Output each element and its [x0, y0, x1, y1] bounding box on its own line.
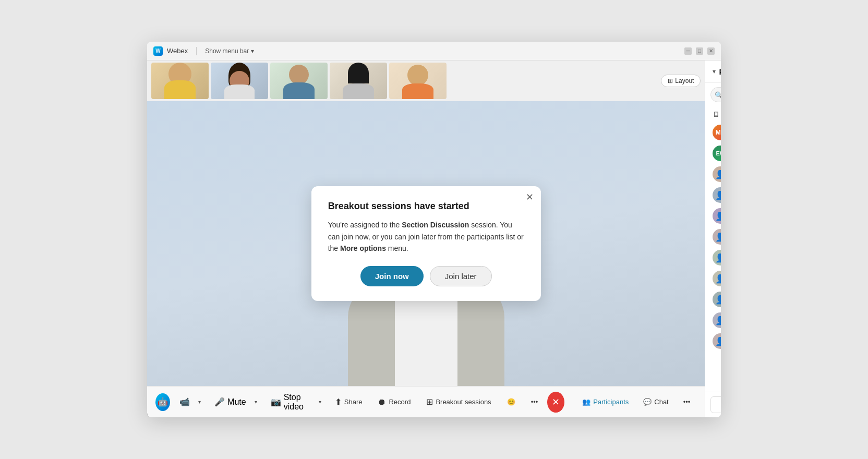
title-bar: W Webex Show menu bar ▾ ─ □ ✕ — [147, 42, 721, 61]
end-call-button[interactable]: ✕ — [547, 392, 564, 413]
camera-icon: 📹 — [179, 397, 190, 407]
room-icon: 🖥 — [713, 110, 720, 118]
reactions-button[interactable]: 😊 — [501, 394, 522, 409]
share-icon: ⬆ — [335, 397, 342, 407]
show-menu-bar-toggle[interactable]: Show menu bar ▾ — [205, 47, 254, 55]
video-preview-arrow[interactable]: ▾ — [194, 395, 205, 408]
thumbnail-4[interactable] — [330, 63, 387, 99]
mute-control[interactable]: 🎤 Mute ▾ — [208, 393, 261, 410]
thumbnail-strip: ⊞ Layout — [147, 61, 705, 101]
participant-item: 👤 Simon Jones □ 🎙 — [705, 289, 721, 310]
panel-title: Participants — [719, 67, 721, 76]
participant-item: 👤 Catherine Sinu Host, presenter 🎥 🎙 — [705, 185, 721, 206]
title-bar-divider — [196, 47, 197, 55]
avatar: 👤 — [713, 166, 721, 182]
join-now-button[interactable]: Join now — [360, 266, 424, 286]
webex-logo-icon: W — [153, 46, 163, 56]
title-bar-left: W Webex Show menu bar ▾ — [153, 46, 684, 56]
stop-video-arrow[interactable]: ▾ — [315, 395, 326, 408]
record-icon: ⏺ — [378, 397, 386, 407]
participants-icon: 👥 — [582, 398, 590, 406]
video-preview-control[interactable]: 📹 ▾ — [173, 393, 205, 410]
participant-item: 👤 Marc Brown 🎥 🎙 — [705, 310, 721, 331]
stop-video-control[interactable]: 📷 Stop video ▾ — [264, 389, 326, 415]
mute-button[interactable]: 🎤 Mute — [208, 393, 250, 410]
minimize-button[interactable]: ─ — [684, 47, 692, 55]
participants-list: 🖥 SHN7-17-APR5 📹 🎙 MG Marcus Grey Cohost — [705, 106, 721, 392]
layout-icon: ⊞ — [668, 77, 673, 84]
modal-body: You're assigned to the Section Discussio… — [328, 219, 524, 254]
breakout-icon: ⊞ — [426, 397, 433, 407]
maximize-button[interactable]: □ — [696, 47, 703, 55]
modal-close-button[interactable]: ✕ — [526, 192, 534, 202]
app-window: W Webex Show menu bar ▾ ─ □ ✕ — [147, 42, 721, 417]
chat-tab-button[interactable]: 💬 Chat — [637, 394, 674, 409]
participant-item: 👤 Alison Cassidy 🎥 🎙 — [705, 226, 721, 247]
more-icon: ••• — [531, 398, 538, 406]
participants-panel: ▾ Participants ⤢ ✕ 🔍 ☰ 🖥 SHN7-17-APR5 — [705, 61, 721, 417]
thumbnail-1[interactable] — [151, 63, 209, 99]
stop-video-button[interactable]: 📷 Stop video — [264, 389, 315, 415]
emoji-icon: 😊 — [507, 398, 515, 406]
chat-icon: 💬 — [643, 398, 652, 406]
avatar: 👤 — [713, 229, 721, 245]
participant-item: 👤 Brenda Song 🎥 🎙 — [705, 331, 721, 352]
panel-footer: Mute All Unmute All ••• — [705, 392, 721, 417]
thumbnail-3[interactable] — [270, 63, 328, 99]
main-content: ⊞ Layout — [147, 61, 721, 417]
app-title: Webex — [167, 47, 188, 55]
breakout-sessions-button[interactable]: ⊞ Breakout sessions — [420, 393, 497, 410]
more-panel-button[interactable]: ••• — [677, 394, 697, 409]
panel-header: ▾ Participants ⤢ ✕ — [705, 61, 721, 83]
close-button[interactable]: ✕ — [707, 47, 715, 55]
join-later-button[interactable]: Join later — [430, 266, 492, 286]
more-options-button[interactable]: ••• — [525, 394, 545, 409]
main-video: ✕ Breakout sessions have started You're … — [147, 101, 705, 386]
avatar: 👤 — [713, 312, 721, 328]
layout-button[interactable]: ⊞ Layout — [661, 75, 701, 87]
stop-video-icon: 📷 — [271, 397, 281, 407]
toolbar-right: 👥 Participants 💬 Chat ••• — [576, 394, 696, 409]
participant-item: MG Marcus Grey Cohost — [705, 122, 721, 143]
search-icon: 🔍 — [715, 91, 721, 99]
thumbnail-5[interactable] — [389, 63, 447, 99]
avatar: 👤 — [713, 271, 721, 286]
search-bar: 🔍 ☰ — [710, 87, 721, 102]
breakout-modal: ✕ Breakout sessions have started You're … — [311, 186, 541, 300]
mic-icon: 🎤 — [214, 397, 225, 407]
thumbnail-2[interactable] — [211, 63, 268, 99]
avatar: 👤 — [713, 250, 721, 265]
toolbar: 🤖 📹 ▾ 🎤 Mute ▾ 📷 — [147, 386, 705, 417]
mute-all-button[interactable]: Mute All — [710, 396, 721, 413]
panel-chevron-icon: ▾ — [713, 68, 716, 75]
participant-item: 👤 Giacomo Edwards 🎥 🎙 — [705, 247, 721, 268]
avatar: EW — [713, 146, 721, 161]
participant-item: 👤 Brenda Song 🎙 — [705, 268, 721, 289]
avatar: 👤 — [713, 187, 721, 203]
mute-arrow[interactable]: ▾ — [250, 395, 261, 408]
record-button[interactable]: ⏺ Record — [371, 394, 417, 410]
modal-overlay: ✕ Breakout sessions have started You're … — [147, 101, 705, 386]
avatar: 👤 — [713, 208, 721, 224]
participant-item: 👤 Maria Rossi — [705, 164, 721, 185]
modal-actions: Join now Join later — [328, 266, 524, 286]
avatar: 👤 — [713, 333, 721, 349]
avatar: 👤 — [713, 292, 721, 307]
video-area: ⊞ Layout — [147, 61, 705, 417]
video-preview-button[interactable]: 📹 — [173, 393, 194, 410]
room-header: 🖥 SHN7-17-APR5 📹 🎙 — [705, 106, 721, 122]
end-call-icon: ✕ — [552, 396, 560, 408]
more-panel-icon: ••• — [683, 398, 691, 406]
participants-tab-button[interactable]: 👥 Participants — [576, 394, 635, 409]
participant-item: EW Elizabeth Wu — [705, 143, 721, 164]
window-controls: ─ □ ✕ — [684, 47, 715, 55]
chevron-down-icon: ▾ — [251, 47, 254, 55]
modal-title: Breakout sessions have started — [328, 201, 524, 212]
avatar: MG — [713, 125, 721, 140]
user-avatar: 🤖 — [155, 393, 170, 411]
participant-item: 👤 Barbara German 🎥 🎙 — [705, 206, 721, 226]
share-button[interactable]: ⬆ Share — [329, 393, 369, 410]
